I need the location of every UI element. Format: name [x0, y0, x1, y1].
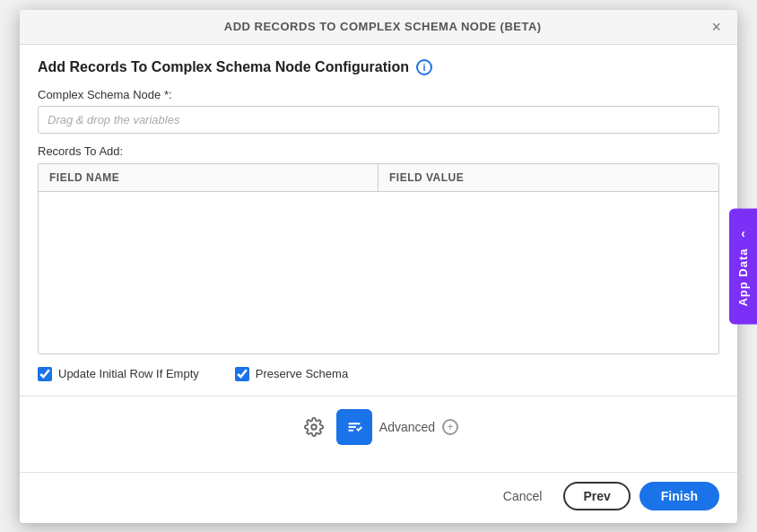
section-title-text: Add Records To Complex Schema Node Confi…: [38, 59, 409, 75]
modal-body: Add Records To Complex Schema Node Confi…: [20, 45, 737, 472]
table-col-field-value: FIELD VALUE: [378, 164, 718, 191]
app-data-label: App Data: [736, 248, 750, 306]
table-col-field-name: FIELD NAME: [39, 164, 378, 191]
app-data-chevron: ‹: [741, 226, 745, 240]
modal-container: ADD RECORDS TO COMPLEX SCHEMA NODE (BETA…: [20, 10, 737, 523]
close-button[interactable]: ×: [709, 19, 723, 35]
table-header: FIELD NAME FIELD VALUE: [39, 164, 718, 192]
modal-title: ADD RECORDS TO COMPLEX SCHEMA NODE (BETA…: [56, 20, 709, 33]
app-data-tab[interactable]: ‹ App Data: [729, 208, 757, 324]
prev-button[interactable]: Prev: [563, 482, 630, 510]
footer-divider: [20, 396, 737, 397]
info-icon[interactable]: i: [416, 59, 432, 75]
checkboxes-row: Update Initial Row If Empty Preserve Sch…: [38, 367, 719, 381]
records-table: FIELD NAME FIELD VALUE: [38, 163, 719, 354]
preserve-schema-input[interactable]: [235, 367, 249, 381]
svg-point-0: [311, 424, 317, 430]
translate-button[interactable]: [336, 409, 372, 445]
update-initial-row-checkbox[interactable]: Update Initial Row If Empty: [38, 367, 199, 381]
modal-header: ADD RECORDS TO COMPLEX SCHEMA NODE (BETA…: [20, 10, 737, 45]
complex-schema-label: Complex Schema Node *:: [38, 88, 719, 101]
update-initial-row-label: Update Initial Row If Empty: [58, 367, 199, 380]
cancel-button[interactable]: Cancel: [491, 483, 555, 510]
modal-actions: Cancel Prev Finish: [20, 472, 737, 523]
add-advanced-icon[interactable]: +: [442, 419, 458, 435]
dialog-wrapper: ADD RECORDS TO COMPLEX SCHEMA NODE (BETA…: [0, 0, 757, 532]
advanced-label: Advanced: [379, 420, 435, 434]
gear-icon: [304, 417, 324, 437]
section-title-row: Add Records To Complex Schema Node Confi…: [38, 59, 719, 75]
preserve-schema-checkbox[interactable]: Preserve Schema: [235, 367, 348, 381]
table-body: [39, 192, 718, 353]
update-initial-row-input[interactable]: [38, 367, 52, 381]
complex-schema-input[interactable]: Drag & drop the variables: [38, 106, 719, 134]
translate-icon: [344, 417, 364, 437]
finish-button[interactable]: Finish: [640, 482, 719, 510]
advanced-row: Advanced +: [38, 409, 719, 445]
gear-button[interactable]: [299, 412, 329, 442]
records-to-add-label: Records To Add:: [38, 144, 719, 158]
preserve-schema-label: Preserve Schema: [256, 367, 348, 380]
